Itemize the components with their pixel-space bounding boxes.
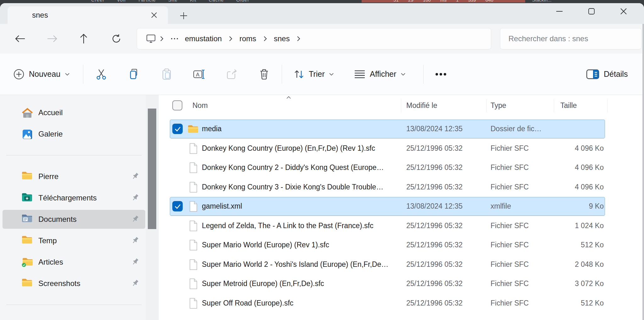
rename-button[interactable]: A [190, 65, 209, 84]
rename-icon: A [192, 68, 206, 81]
file-icon [187, 220, 199, 232]
file-row-legend-of-zelda-the-a-link-to-the-past-f[interactable]: Legend of Zelda, The - A Link to the Pas… [159, 216, 644, 236]
column-header-name[interactable]: Nom [192, 95, 208, 116]
tab-title: snes [32, 11, 148, 20]
pin-icon[interactable] [131, 279, 140, 288]
refresh-button[interactable] [108, 31, 125, 46]
screen: Créer Voir l'article Site Kit Cache Olde… [0, 0, 644, 320]
file-modified-date: 25/12/1996 05:32 [406, 294, 463, 313]
downloads-icon [21, 192, 33, 204]
paste-button[interactable] [157, 65, 176, 84]
breadcrumb-overflow-button[interactable] [171, 38, 178, 39]
pin-icon[interactable] [131, 193, 140, 203]
new-button[interactable]: Nouveau [9, 65, 74, 84]
toolbar-separator [423, 65, 424, 84]
sort-button[interactable]: Trier [289, 65, 338, 83]
file-modified-date: 25/12/1996 05:32 [406, 158, 463, 177]
breadcrumb-emustation[interactable]: emustation [185, 34, 222, 43]
maximize-icon [588, 8, 595, 15]
file-icon [187, 181, 199, 194]
column-separator[interactable] [401, 99, 401, 112]
row-checkbox[interactable] [172, 124, 183, 134]
file-row-donkey-kong-country-europe-en-fr-de-rev-[interactable]: Donkey Kong Country (Europe) (En,Fr,De) … [159, 139, 644, 158]
file-name: Super Mario World 2 - Yoshi's Island (Eu… [202, 255, 400, 274]
file-name: Donkey Kong Country 2 - Diddy's Kong Que… [202, 158, 400, 177]
sidebar-item-t-l-chargements[interactable]: Téléchargements [3, 188, 145, 207]
breadcrumb-roms[interactable]: roms [239, 34, 256, 43]
sidebar-divider [6, 155, 142, 155]
sidebar-item-pierre[interactable]: Pierre [3, 167, 145, 186]
clipboard-icon [160, 68, 173, 81]
explorer-window: snes [0, 3, 644, 320]
window-close-button[interactable] [614, 4, 633, 18]
pin-icon[interactable] [131, 172, 140, 181]
chevron-right-icon [160, 36, 164, 42]
file-name: Super Mario World (Europe) (Rev 1).sfc [202, 235, 400, 255]
minimize-button[interactable] [550, 4, 569, 18]
file-row-super-mario-world-2-yoshi-s-island-europ[interactable]: Super Mario World 2 - Yoshi's Island (Eu… [159, 255, 644, 274]
up-button[interactable] [75, 31, 92, 46]
minimize-icon [556, 8, 563, 15]
file-row-super-metroid-europe-en-fr-de-sfc[interactable]: Super Metroid (Europe) (En,Fr,De).sfc 25… [159, 274, 644, 294]
row-checkbox[interactable] [172, 201, 183, 211]
details-pane-button[interactable]: Détails [582, 65, 632, 83]
details-pane-icon [586, 69, 599, 79]
new-tab-button[interactable] [177, 9, 191, 23]
monitor-icon [146, 34, 156, 43]
sidebar-item-label: Screenshots [38, 279, 131, 288]
trash-icon [258, 68, 270, 81]
select-all-checkbox[interactable] [172, 100, 182, 110]
sidebar-item-galerie[interactable]: Galerie [3, 125, 145, 143]
column-header-size[interactable]: Taille [560, 95, 577, 116]
delete-button[interactable] [255, 65, 274, 84]
sidebar-item-temp[interactable]: Temp [3, 231, 145, 250]
file-icon [187, 297, 199, 310]
file-row-super-mario-world-europe-rev-1-sfc[interactable]: Super Mario World (Europe) (Rev 1).sfc 2… [159, 235, 644, 255]
sidebar-item-documents[interactable]: Documents [3, 210, 145, 229]
search-input[interactable] [500, 28, 641, 49]
file-name: Super Metroid (Europe) (En,Fr,De).sfc [202, 274, 400, 294]
cut-button[interactable] [92, 65, 111, 84]
sort-arrows-icon [294, 69, 304, 80]
chevron-right-icon [297, 36, 300, 42]
address-bar[interactable]: emustation roms snes [137, 28, 491, 49]
back-button[interactable] [12, 31, 28, 46]
tab-snes[interactable]: snes [8, 6, 168, 24]
pin-icon[interactable] [131, 257, 140, 267]
file-row-super-off-road-europe-sfc[interactable]: Super Off Road (Europe).sfc 25/12/1996 0… [159, 294, 644, 313]
pin-icon[interactable] [131, 236, 140, 245]
file-row-media[interactable]: media 13/08/2024 12:35 Dossier de fic… [159, 119, 644, 139]
column-header-modified[interactable]: Modifié le [406, 95, 437, 116]
sidebar-divider [6, 305, 142, 305]
share-button[interactable] [222, 65, 241, 84]
main-area: Accueil Galerie Pierre Téléchargements D… [0, 95, 644, 320]
sidebar-item-screenshots[interactable]: Screenshots [3, 274, 145, 293]
forward-button[interactable] [44, 31, 60, 46]
column-separator[interactable] [486, 99, 486, 112]
sidebar-item-accueil[interactable]: Accueil [3, 103, 145, 122]
more-button[interactable] [431, 65, 450, 84]
file-size: 512 Ko [538, 294, 604, 313]
copy-button[interactable] [125, 65, 143, 84]
breadcrumb-snes[interactable]: snes [274, 34, 290, 43]
view-button[interactable]: Afficher [350, 66, 410, 83]
file-row-gamelist-xml[interactable]: gamelist.xml 13/08/2024 12:35 xmlfile 9 … [159, 197, 644, 216]
sidebar-item-label: Accueil [38, 108, 145, 117]
background-text-right: Stackin... [532, 0, 552, 3]
sidebar-item-label: Temp [38, 236, 131, 245]
column-header-type[interactable]: Type [491, 95, 506, 116]
column-separator[interactable] [607, 99, 608, 112]
copy-icon [128, 68, 140, 81]
pin-icon[interactable] [131, 215, 140, 224]
column-separator[interactable] [554, 99, 554, 112]
file-size: 2 048 Ko [538, 255, 604, 274]
sidebar-item-articles[interactable]: Articles [3, 253, 145, 272]
maximize-button[interactable] [582, 4, 601, 18]
up-arrow-icon [79, 33, 88, 44]
file-row-donkey-kong-country-3-dixie-kong-s-doubl[interactable]: Donkey Kong Country 3 - Dixie Kong's Dou… [159, 177, 644, 197]
sidebar-scrollbar-track[interactable] [146, 95, 158, 320]
tab-bar: snes [0, 3, 644, 24]
tab-close-button[interactable] [148, 9, 160, 21]
file-row-donkey-kong-country-2-diddy-s-kong-quest[interactable]: Donkey Kong Country 2 - Diddy's Kong Que… [159, 158, 644, 177]
sidebar-scrollbar-thumb[interactable] [148, 109, 156, 229]
